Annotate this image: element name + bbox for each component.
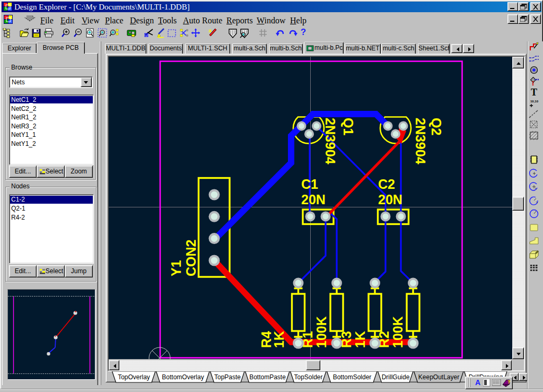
svg-text:BottomSolder: BottomSolder bbox=[333, 373, 372, 381]
svg-text:20N: 20N bbox=[301, 192, 326, 207]
svg-text:TopPaste: TopPaste bbox=[214, 373, 241, 381]
svg-text:TopSolder: TopSolder bbox=[294, 373, 322, 381]
svg-text:C1: C1 bbox=[301, 177, 318, 191]
svg-text:C2: C2 bbox=[378, 177, 395, 191]
svg-text:2N3904: 2N3904 bbox=[413, 118, 428, 164]
svg-text:2N3904: 2N3904 bbox=[323, 118, 338, 164]
svg-text:Y1: Y1 bbox=[169, 260, 183, 276]
svg-text:Q1: Q1 bbox=[341, 118, 356, 135]
svg-text:BottomOverlay: BottomOverlay bbox=[162, 373, 204, 381]
svg-text:TopOverlay: TopOverlay bbox=[118, 373, 150, 381]
svg-text:20N: 20N bbox=[378, 192, 402, 207]
svg-text:1K: 1K bbox=[353, 331, 367, 348]
svg-text:?: ? bbox=[507, 379, 511, 385]
svg-text:100K: 100K bbox=[314, 316, 329, 348]
svg-text:10,10: 10,10 bbox=[530, 100, 539, 103]
svg-text:KeepOutLayer: KeepOutLayer bbox=[418, 373, 459, 381]
svg-text:T: T bbox=[531, 87, 537, 98]
svg-text:BottomPaste: BottomPaste bbox=[249, 373, 286, 381]
svg-text:CON2: CON2 bbox=[183, 240, 198, 276]
svg-text:1K: 1K bbox=[272, 331, 286, 348]
svg-text:100K: 100K bbox=[390, 316, 405, 348]
svg-text:DrillGuide: DrillGuide bbox=[382, 373, 410, 381]
svg-text:Q2: Q2 bbox=[429, 118, 444, 135]
